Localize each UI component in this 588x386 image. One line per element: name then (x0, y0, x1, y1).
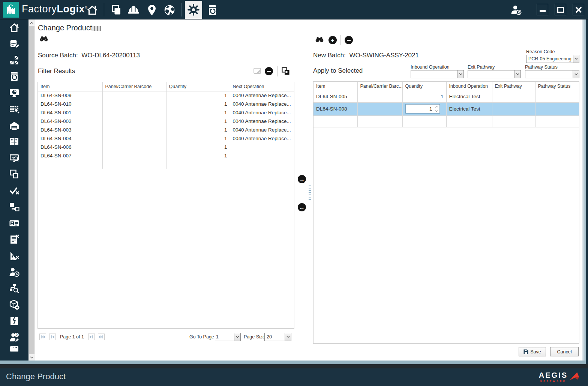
chevron-down-icon (573, 70, 579, 78)
table-row[interactable]: DL64-SN-00110040 Antennae Replace... (38, 108, 294, 117)
sidebar-product-blocks-icon[interactable] (0, 52, 28, 69)
toolbar-divider (340, 35, 340, 45)
col-panel-barcode[interactable]: Panel/Carrier Barc... (357, 82, 402, 91)
main-content: Change Product Source Batch: WO-DL64-202… (35, 19, 582, 361)
table-row[interactable]: DL64-SN-005 1 Electrical Test (314, 91, 579, 102)
sidebar-broken-package-icon[interactable] (0, 313, 28, 329)
sidebar-person-time-icon[interactable] (0, 264, 28, 281)
chevron-down-icon (234, 333, 240, 341)
filter-results-table: Item Panel/Carrier Barcode Quantity Next… (38, 82, 294, 329)
scroll-up-icon[interactable] (28, 19, 35, 26)
new-batch-value: WO-SWING-ASSY-2021 (349, 52, 418, 59)
table-row[interactable]: DL64-SN-01010040 Antennae Replace... (38, 100, 294, 108)
page-size-select[interactable]: 20 (264, 333, 291, 341)
col-next-operation[interactable]: Next Operation (230, 82, 294, 91)
remove-filter-icon[interactable] (265, 67, 273, 75)
sidebar-move-material-icon[interactable] (0, 199, 28, 215)
col-pathway-status[interactable]: Pathway Status (535, 82, 579, 91)
pathway-status-label: Pathway Status (525, 64, 558, 70)
sidebar-box-export-icon[interactable] (0, 297, 28, 313)
col-inbound-operation[interactable]: Inbound Operation (446, 82, 492, 91)
source-batch: Source Batch: WO-DL64-20200113 (38, 52, 140, 59)
table-row[interactable]: DL64-SN-00310040 Antennae Replace... (38, 126, 294, 134)
sidebar-person-question-icon[interactable]: ? (0, 329, 28, 346)
user-signout-icon[interactable] (509, 3, 523, 17)
aegis-brand: AEGIS (539, 371, 568, 380)
move-right-icon[interactable]: → (298, 175, 306, 183)
table-row[interactable]: DL64-SN-00910040 Antennae Replace... (38, 91, 294, 100)
first-page-icon[interactable] (39, 334, 46, 340)
chevron-down-icon (285, 333, 291, 341)
apply-to-selected-label: Apply to Selected (313, 67, 363, 75)
invert-selection-icon[interactable] (282, 67, 290, 77)
sidebar-list-remove-icon[interactable] (0, 232, 28, 248)
toolbar-divider (104, 3, 104, 16)
prev-page-icon[interactable] (49, 334, 56, 340)
table-row[interactable]: DL64-SN-0071 (38, 151, 294, 160)
globe-icon[interactable] (163, 3, 176, 17)
pathway-status-select[interactable] (525, 70, 579, 78)
sidebar-warehouse-icon[interactable] (0, 117, 28, 134)
remove-circle-icon[interactable] (345, 36, 353, 44)
move-left-icon[interactable]: ← (298, 203, 306, 211)
close-button[interactable] (573, 4, 584, 15)
stepper-down-icon[interactable] (434, 109, 440, 114)
goto-page-select[interactable]: 1 (214, 333, 241, 341)
sidebar-id-card-icon[interactable] (0, 215, 28, 232)
add-circle-icon[interactable]: + (328, 36, 337, 44)
table-row[interactable]: DL64-SN-0061 (38, 143, 294, 151)
splitter-grip[interactable] (309, 186, 311, 200)
sidebar-database-edit-icon[interactable] (0, 36, 28, 52)
next-page-icon[interactable] (88, 334, 95, 340)
sidebar-batch-history-icon[interactable] (0, 69, 28, 85)
table-row-selected[interactable]: DL64-SN-008 Electrical Test (314, 102, 579, 115)
col-item[interactable]: Item (314, 82, 357, 91)
table-row[interactable]: DL64-SN-00210040 Antennae Replace... (38, 117, 294, 126)
sidebar-ruler-remove-icon[interactable] (0, 248, 28, 264)
sidebar-copy-windows-icon[interactable] (0, 166, 28, 183)
hard-hat-icon[interactable] (127, 3, 140, 17)
barcode-icon[interactable] (93, 26, 101, 33)
cancel-button[interactable]: Cancel (550, 347, 579, 356)
location-pin-icon[interactable] (145, 3, 159, 17)
binoculars-icon[interactable] (40, 36, 48, 43)
sidebar-table-search-icon[interactable] (0, 101, 28, 118)
col-item[interactable]: Item (38, 82, 102, 91)
col-quantity[interactable]: Quantity (402, 82, 446, 91)
col-panel-barcode[interactable]: Panel/Carrier Barcode (102, 82, 166, 91)
quantity-stepper[interactable] (405, 104, 440, 114)
window-edge (0, 364, 588, 368)
last-page-icon[interactable] (98, 334, 105, 340)
stepper-up-icon[interactable] (434, 105, 440, 109)
reason-code-select[interactable]: PCR-05 Engineering... (526, 55, 579, 63)
sidebar-dashboard-monitor-icon[interactable] (0, 85, 28, 101)
pagination: Page 1 of 1 (39, 334, 105, 340)
binoculars-icon[interactable] (315, 37, 324, 44)
maximize-button[interactable] (555, 4, 566, 15)
sidebar-terminal-icon[interactable] (0, 346, 28, 356)
history-icon[interactable] (206, 3, 219, 17)
sidebar-documentation-book-icon[interactable] (0, 134, 28, 150)
sidebar-check-remove-icon[interactable] (0, 183, 28, 199)
sidebar-home-icon[interactable] (0, 19, 28, 36)
gear-icon[interactable] (185, 1, 202, 19)
col-quantity[interactable]: Quantity (166, 82, 230, 91)
sidebar-monitor-search-icon[interactable] (0, 150, 28, 166)
table-header-row: Item Panel/Carrier Barc... Quantity Inbo… (314, 82, 579, 91)
minimize-button[interactable] (537, 4, 548, 15)
save-button[interactable]: Save (519, 347, 546, 356)
copy-pages-icon[interactable] (110, 3, 123, 17)
col-exit-pathway[interactable]: Exit Pathway (492, 82, 535, 91)
quantity-input[interactable] (406, 105, 434, 113)
home-icon[interactable] (86, 3, 99, 17)
scroll-down-icon[interactable] (28, 354, 35, 361)
reason-code-label: Reason Code (526, 49, 555, 54)
titlebar: FactoryLogix® (0, 0, 588, 19)
sidebar-scrollbar[interactable] (28, 19, 35, 361)
inbound-operation-select[interactable] (411, 70, 464, 78)
table-row[interactable]: DL64-SN-00410040 Antennae Replace... (38, 134, 294, 143)
factorylogix-logo (3, 2, 19, 18)
sidebar-hierarchy-search-icon[interactable] (0, 280, 28, 297)
exit-pathway-select[interactable] (468, 70, 521, 78)
scrollbar-thumb[interactable] (29, 26, 34, 354)
